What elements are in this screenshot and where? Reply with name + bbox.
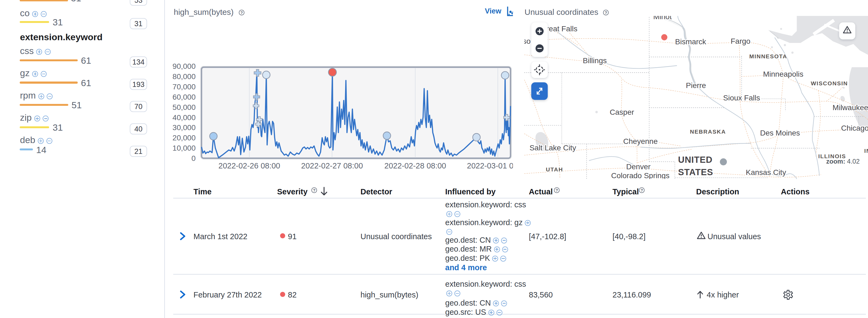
svg-text:80,000: 80,000 xyxy=(173,73,196,81)
svg-text:Pierre: Pierre xyxy=(686,81,706,90)
svg-text:zoom: 4.02: zoom: 4.02 xyxy=(826,157,860,165)
svg-text:MINNESOTA: MINNESOTA xyxy=(749,53,787,59)
svg-text:Sioux Falls: Sioux Falls xyxy=(723,94,760,102)
svg-text:2022-02-26 08:00: 2022-02-26 08:00 xyxy=(219,162,280,170)
svg-text:70,000: 70,000 xyxy=(173,83,196,91)
svg-text:Denver: Denver xyxy=(626,163,651,171)
svg-text:50,000: 50,000 xyxy=(173,103,196,112)
svg-text:30,000: 30,000 xyxy=(173,123,196,132)
svg-text:Cheyenne: Cheyenne xyxy=(623,137,658,145)
svg-text:Chicago: Chicago xyxy=(841,124,868,132)
svg-text:Salt Lake City: Salt Lake City xyxy=(529,144,576,152)
svg-text:Kansas City: Kansas City xyxy=(746,168,786,177)
svg-text:10,000: 10,000 xyxy=(173,144,196,152)
svg-text:WISCONSIN: WISCONSIN xyxy=(811,80,848,86)
svg-text:Milwaukee: Milwaukee xyxy=(833,104,868,112)
svg-text:Bismarck: Bismarck xyxy=(675,37,706,46)
svg-text:Fargo: Fargo xyxy=(731,37,750,45)
svg-text:Casper: Casper xyxy=(610,108,634,116)
svg-text:2022-02-27 08:00: 2022-02-27 08:00 xyxy=(301,162,363,170)
svg-text:20,000: 20,000 xyxy=(173,134,196,142)
svg-text:Colorado Springs: Colorado Springs xyxy=(611,171,670,179)
svg-text:60,000: 60,000 xyxy=(173,93,196,101)
svg-text:UTAH: UTAH xyxy=(546,166,563,173)
svg-text:IN: IN xyxy=(864,148,868,154)
svg-text:2022-02-28 08:00: 2022-02-28 08:00 xyxy=(384,162,446,170)
svg-text:0: 0 xyxy=(191,154,196,163)
svg-text:STATES: STATES xyxy=(678,167,713,177)
svg-text:2022-03-01 08:00: 2022-03-01 08:00 xyxy=(467,162,513,170)
svg-text:UNITED: UNITED xyxy=(678,155,713,165)
svg-text:Minneapolis: Minneapolis xyxy=(763,70,803,78)
svg-text:Minot: Minot xyxy=(653,16,672,21)
svg-text:Billings: Billings xyxy=(583,56,607,65)
svg-text:90,000: 90,000 xyxy=(173,62,196,70)
svg-text:Des Moines: Des Moines xyxy=(760,129,800,137)
svg-text:so: so xyxy=(524,37,531,45)
svg-text:NEBRASKA: NEBRASKA xyxy=(690,128,726,135)
svg-text:40,000: 40,000 xyxy=(173,113,196,122)
